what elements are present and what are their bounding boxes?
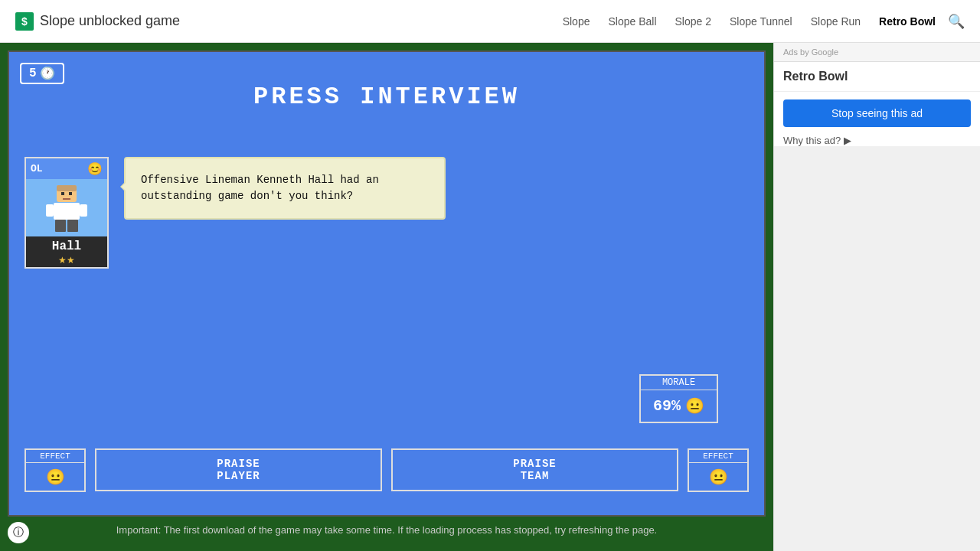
why-ad-icon: ▶ [844,135,851,146]
press-interview-title: PRESS INTERVIEW [253,83,520,111]
effect-icon-left: 😐 [26,463,84,491]
svg-rect-1 [57,185,77,191]
logo-icon: $ [15,12,34,31]
praise-player-button[interactable]: PRAISEPLAYER [95,448,382,491]
logo-text: Slope unblocked game [40,13,180,29]
effect-label-right: EFFECT [689,450,747,463]
svg-rect-9 [63,198,70,200]
svg-rect-8 [69,192,72,195]
player-position: OL [31,163,43,174]
svg-rect-7 [61,192,64,195]
morale-value: 69% 😐 [641,390,717,422]
effect-icon-right: 😐 [689,463,747,491]
nav-link-slope-run[interactable]: Slope Run [811,15,861,28]
morale-percent: 69% [653,397,681,415]
morale-label: MORALE [641,376,717,390]
why-this-ad[interactable]: Why this ad? ▶ [783,135,971,146]
player-name: Hall [26,240,107,253]
player-card-top: OL 😊 [26,158,107,179]
ad-sidebar: Ads by Google Retro Bowl Stop seeing thi… [773,43,980,551]
effect-box-right: EFFECT 😐 [688,448,749,492]
ad-retro-bowl-section: Retro Bowl [774,62,980,92]
nav-links: Slope Slope Ball Slope 2 Slope Tunnel Sl… [563,15,936,28]
svg-rect-6 [67,220,78,232]
why-ad-text: Why this ad? [783,135,841,146]
search-icon[interactable]: 🔍 [948,13,965,30]
game-timer: 5 🕐 [20,63,64,84]
timer-icon: 🕐 [40,66,55,81]
svg-rect-5 [55,220,66,232]
nav-link-slope-tunnel[interactable]: Slope Tunnel [730,15,792,28]
stop-seeing-ad-button[interactable]: Stop seeing this ad [783,99,971,127]
buttons-area: EFFECT 😐 PRAISEPLAYER PRAISETEAM EFFECT … [24,448,749,492]
player-name-area: Hall [26,236,107,255]
speech-bubble: Offensive Lineman Kenneth Hall had an ou… [124,157,446,220]
nav-logo: $ Slope unblocked game [15,12,180,31]
nav-link-retro-bowl[interactable]: Retro Bowl [879,15,936,28]
navbar: $ Slope unblocked game Slope Slope Ball … [0,0,980,43]
nav-link-slope-2[interactable]: Slope 2 [675,15,711,28]
effect-box-left: EFFECT 😐 [24,448,86,492]
praise-team-button[interactable]: PRAISETEAM [391,448,678,491]
speech-text: Offensive Lineman Kenneth Hall had an ou… [141,174,379,202]
morale-icon: 😐 [685,396,704,416]
ad-top-bar: Ads by Google [774,43,980,62]
ad-image-area [774,146,980,551]
footer-text: Important: The first download of the gam… [8,517,766,544]
game-frame: 5 🕐 PRESS INTERVIEW OL 😊 [8,51,766,517]
site-badge[interactable]: ⓘ [8,522,29,543]
nav-link-slope-ball[interactable]: Slope Ball [608,15,656,28]
timer-value: 5 [29,67,37,80]
nav-link-slope[interactable]: Slope [563,15,590,28]
game-area: 5 🕐 PRESS INTERVIEW OL 😊 [0,43,773,551]
svg-rect-3 [46,204,54,217]
ads-by-google-label: Ads by Google [783,47,838,57]
player-card: OL 😊 [24,157,109,269]
morale-box: MORALE 69% 😐 [639,374,718,423]
player-avatar-area [26,179,107,236]
player-emoji: 😊 [87,161,103,176]
retro-bowl-label: Retro Bowl [783,70,971,83]
svg-rect-2 [54,203,80,220]
interview-content: OL 😊 [9,157,764,269]
player-sprite-svg [40,181,93,235]
svg-rect-4 [80,204,87,217]
effect-label-left: EFFECT [26,450,84,463]
player-stars: ★★ [26,255,107,267]
main-area: 5 🕐 PRESS INTERVIEW OL 😊 [0,43,980,551]
